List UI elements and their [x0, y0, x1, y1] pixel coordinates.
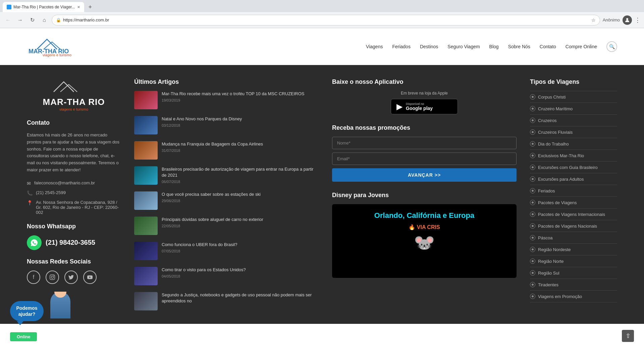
tipos-item[interactable]: Excursões para Adultos — [530, 173, 617, 185]
article-info: Como funciona o UBER fora do Brasil? 07/… — [162, 242, 237, 253]
tipos-circle-icon — [530, 165, 535, 170]
tipos-item[interactable]: Exclusivos Mar-Tha Rio — [530, 150, 617, 162]
bookmark-star-icon[interactable]: ☆ — [591, 17, 596, 23]
article-list: Mar-Tha Rio recebe mais uma vez o troféu… — [134, 91, 319, 310]
address-bar[interactable]: 🔒 https://marthario.com.br ☆ — [52, 15, 600, 25]
tipos-item-label: Feriados — [538, 188, 555, 193]
nav-blog[interactable]: Blog — [489, 44, 499, 49]
article-title[interactable]: O que você precisa saber sobre as estaçõ… — [162, 191, 261, 197]
tipos-item[interactable]: Cruzeiro Marítimo — [530, 103, 617, 115]
footer-logo-text: MAR-THA RIO viagens e turismo — [27, 97, 121, 111]
location-icon: 📍 — [27, 200, 33, 206]
article-title[interactable]: Como funciona o UBER fora do Brasil? — [162, 242, 237, 248]
tipos-circle-icon — [530, 141, 535, 146]
footer-col3: Baixe o nosso Aplicativo Em breve na loj… — [332, 78, 517, 310]
tipos-item[interactable]: Dia do Trabalho — [530, 138, 617, 150]
tipos-item[interactable]: Cruzeiros — [530, 115, 617, 126]
tipos-item[interactable]: Região Sul — [530, 267, 617, 279]
tipos-item[interactable]: Excursões com Guia Brasileiro — [530, 162, 617, 173]
article-info: Brasileiros precisarão de autorização de… — [162, 166, 319, 184]
tipos-item[interactable]: Região Nordeste — [530, 244, 617, 255]
footer-col4: Tipos de Viagens Corpus Christi Cruzeiro… — [530, 78, 617, 310]
tipos-item-label: Páscoa — [538, 235, 552, 240]
article-item: Como funciona o UBER fora do Brasil? 07/… — [134, 242, 319, 260]
tipos-circle-icon — [530, 129, 535, 135]
nav-viagens[interactable]: Viagens — [366, 44, 383, 49]
nav-destinos[interactable]: Destinos — [420, 44, 438, 49]
article-date: 07/05/2018 — [162, 249, 237, 253]
tipos-item-label: Tiradentes — [538, 282, 558, 287]
tipos-circle-icon — [530, 94, 535, 100]
nav-sobre-nos[interactable]: Sobre Nós — [508, 44, 530, 49]
article-title[interactable]: Brasileiros precisarão de autorização de… — [162, 166, 319, 178]
search-button[interactable]: 🔍 — [606, 41, 617, 52]
disney-subtitle: Orlando, Califórnia e Europa — [339, 211, 510, 221]
forward-button[interactable]: → — [15, 15, 25, 25]
article-title[interactable]: Mar-Tha Rio recebe mais uma vez o troféu… — [162, 91, 305, 97]
whatsapp-row[interactable]: (21) 98420-3655 — [27, 235, 121, 250]
tipos-item[interactable]: Cruzeiros Fluviais — [530, 126, 617, 138]
back-button[interactable]: ← — [3, 15, 13, 25]
tipos-item[interactable]: Pacotes de Viagens — [530, 197, 617, 209]
tipos-item[interactable]: Região Norte — [530, 255, 617, 267]
article-title[interactable]: Segundo a Justiça, notebooks e gadgets d… — [162, 292, 319, 304]
tipos-item[interactable]: Viagens em Promoção — [530, 291, 617, 302]
help-bubble[interactable]: Podemos ajudar? — [10, 292, 74, 324]
tab-close-button[interactable]: ✕ — [77, 5, 80, 9]
contact-address: Av. Nossa Senhora de Copacabana, 928 / G… — [36, 200, 121, 215]
instagram-icon[interactable] — [46, 271, 59, 284]
anon-button[interactable] — [623, 15, 632, 25]
disney-banner[interactable]: Orlando, Califórnia e Europa 🔥 VIA CRIS … — [332, 204, 517, 278]
article-title[interactable]: Mudança na Franquia de Bagagem da Copa A… — [162, 141, 263, 147]
help-bubble-text: Podemos ajudar? — [16, 305, 37, 317]
help-bubble-content[interactable]: Podemos ajudar? — [10, 301, 44, 321]
avancar-button[interactable]: AVANÇAR >> — [332, 168, 517, 182]
nav-compre-online[interactable]: Compre Online — [566, 44, 597, 49]
google-play-button[interactable]: ▶ Disponível no Google play — [391, 99, 458, 114]
footer-logo-sub: viagens e turismo — [27, 107, 121, 111]
tipos-item-label: Exclusivos Mar-Tha Rio — [538, 153, 584, 158]
article-title[interactable]: Como tirar o visto para os Estados Unido… — [162, 267, 246, 273]
promo-email-input[interactable] — [332, 153, 517, 165]
article-date: 31/07/2018 — [162, 149, 263, 153]
tipos-item-label: Cruzeiro Marítimo — [538, 106, 573, 111]
article-title[interactable]: Principais dúvidas sobre aluguel de carr… — [162, 217, 263, 223]
tipos-item[interactable]: Pacotes de Viagens Nacionais — [530, 220, 617, 232]
tipos-item[interactable]: Tiradentes — [530, 279, 617, 291]
article-date: 22/05/2018 — [162, 224, 263, 228]
logo-area: MAR-THA RIO viagens e turismo — [27, 36, 87, 57]
browser-tab[interactable]: Mar-Tha Rio | Pacotes de Viager... ✕ — [3, 2, 84, 12]
tipos-circle-icon — [530, 247, 535, 252]
email-icon: ✉ — [27, 181, 31, 186]
phone-icon: 📞 — [27, 190, 33, 196]
nav-seguro-viagem[interactable]: Seguro Viagem — [447, 44, 480, 49]
article-title[interactable]: Natal e Ano Novo nos Parques da Disney — [162, 116, 242, 122]
article-date: 06/07/2018 — [162, 180, 319, 184]
contact-email[interactable]: faleconosco@marthario.com.br — [34, 180, 95, 185]
article-thumb — [134, 242, 158, 260]
nav-feriados[interactable]: Feriados — [392, 44, 410, 49]
logo[interactable]: MAR-THA RIO viagens e turismo — [27, 36, 87, 57]
footer-logo-main: MAR-THA RIO — [43, 97, 105, 107]
tipos-item[interactable]: Páscoa — [530, 232, 617, 244]
url-text: https://marthario.com.br — [63, 17, 589, 22]
article-thumb — [134, 166, 158, 185]
twitter-icon[interactable] — [64, 271, 78, 284]
google-play-icon: ▶ — [396, 102, 402, 111]
nav-contato[interactable]: Contato — [540, 44, 556, 49]
tipos-item[interactable]: Pacotes de Viagens Internacionais — [530, 209, 617, 220]
tipos-item[interactable]: Corpus Christi — [530, 91, 617, 103]
browser-menu-button[interactable]: ⋮ — [635, 16, 641, 24]
facebook-icon[interactable]: f — [27, 271, 40, 284]
tab-favicon — [7, 5, 11, 9]
new-tab-button[interactable]: + — [86, 2, 95, 12]
article-info: Segundo a Justiça, notebooks e gadgets d… — [162, 292, 319, 305]
promo-name-input[interactable] — [332, 137, 517, 149]
article-date: 03/12/2018 — [162, 123, 242, 127]
home-button[interactable]: ⌂ — [40, 15, 49, 25]
mickey-icon: 🐭 — [339, 233, 510, 252]
article-info: Como tirar o visto para os Estados Unido… — [162, 267, 246, 278]
reload-button[interactable]: ↻ — [28, 15, 37, 25]
youtube-icon[interactable] — [83, 271, 97, 284]
tipos-item[interactable]: Feriados — [530, 185, 617, 197]
